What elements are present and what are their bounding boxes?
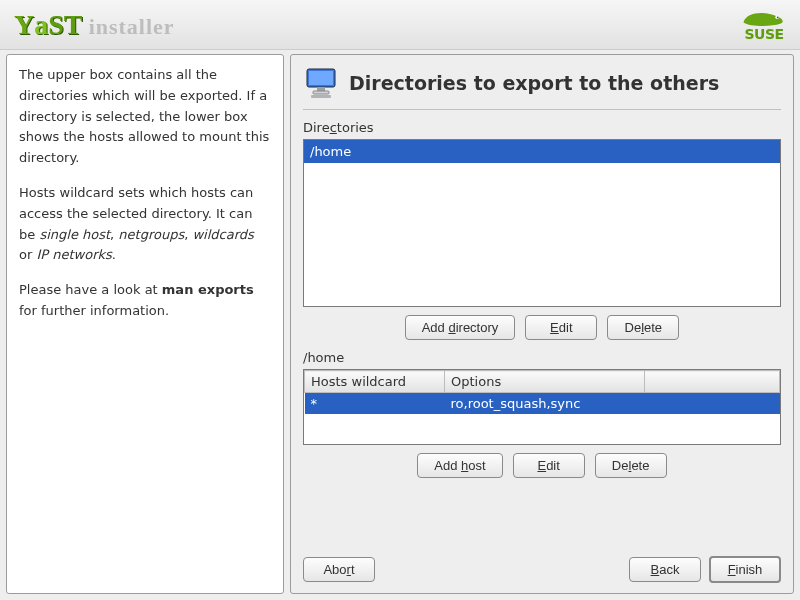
logo-letter: ST <box>48 9 82 41</box>
delete-host-button[interactable]: Delete <box>595 453 667 478</box>
title-bar: Y a ST installer SUSE <box>0 0 800 50</box>
separator <box>303 109 781 110</box>
nfs-export-icon <box>303 65 339 101</box>
help-text: for further information. <box>19 303 169 318</box>
help-em: netgroups <box>118 227 184 242</box>
main-header: Directories to export to the others <box>303 65 781 101</box>
svg-rect-3 <box>309 71 333 85</box>
back-button[interactable]: Back <box>629 557 701 582</box>
abort-button[interactable]: Abort <box>303 557 375 582</box>
button-text: dit <box>559 320 573 335</box>
svg-rect-4 <box>317 87 325 91</box>
label-text: tories <box>337 120 374 135</box>
help-text: . <box>112 247 116 262</box>
logo-letter: a <box>34 9 48 41</box>
help-em: IP networks <box>36 247 111 262</box>
accelerator-key: d <box>448 320 455 335</box>
add-directory-button[interactable]: Add directory <box>405 315 516 340</box>
hosts-table-container: Hosts wildcard Options * ro,root_squash,… <box>303 369 781 445</box>
window-root: Y a ST installer SUSE The upper box cont… <box>0 0 800 600</box>
content-area: The upper box contains all the directori… <box>0 50 800 600</box>
wizard-footer: Abort Back Finish <box>303 546 781 583</box>
help-paragraph: Please have a look at man exports for fu… <box>19 280 271 322</box>
hosts-wildcard-header[interactable]: Hosts wildcard <box>305 371 445 393</box>
directories-label: Directories <box>303 120 781 135</box>
help-em: wildcards <box>192 227 253 242</box>
button-text: Abo <box>323 562 346 577</box>
current-directory-label: /home <box>303 350 781 365</box>
hosts-button-row: Add host Edit Delete <box>303 453 781 478</box>
button-text: t <box>351 562 355 577</box>
accelerator-key: c <box>330 120 337 135</box>
spacer-header <box>645 371 780 393</box>
page-title: Directories to export to the others <box>349 72 719 94</box>
help-text: or <box>19 247 36 262</box>
button-text: irectory <box>456 320 499 335</box>
button-text: ete <box>631 458 649 473</box>
svg-point-1 <box>777 16 779 18</box>
hosts-table[interactable]: Hosts wildcard Options * ro,root_squash,… <box>304 370 780 414</box>
add-host-button[interactable]: Add host <box>417 453 502 478</box>
edit-host-button[interactable]: Edit <box>513 453 585 478</box>
svg-rect-6 <box>311 95 331 98</box>
help-text: Please have a look at <box>19 282 162 297</box>
main-pane: Directories to export to the others Dire… <box>290 54 794 594</box>
logo-letter: Y <box>14 9 34 41</box>
button-text: dit <box>546 458 560 473</box>
cell-spacer <box>645 393 780 415</box>
cell-wildcard: * <box>305 393 445 415</box>
button-text: ack <box>659 562 679 577</box>
accelerator-key: F <box>728 562 736 577</box>
help-strong: man exports <box>162 282 254 297</box>
help-em: single host <box>39 227 110 242</box>
finish-button[interactable]: Finish <box>709 556 781 583</box>
yast-logo: Y a ST installer <box>14 9 175 41</box>
help-paragraph: The upper box contains all the directori… <box>19 65 271 169</box>
button-text: De <box>625 320 642 335</box>
help-pane: The upper box contains all the directori… <box>6 54 284 594</box>
cell-options: ro,root_squash,sync <box>445 393 645 415</box>
directories-button-row: Add directory Edit Delete <box>303 315 781 340</box>
suse-logo: SUSE <box>742 9 786 41</box>
suse-wordmark: SUSE <box>744 27 783 41</box>
svg-rect-5 <box>313 91 329 94</box>
accelerator-key: E <box>537 458 546 473</box>
button-text: inish <box>736 562 763 577</box>
list-item[interactable]: /home <box>304 140 780 163</box>
logo-installer: installer <box>89 14 175 39</box>
options-header[interactable]: Options <box>445 371 645 393</box>
accelerator-key: B <box>651 562 660 577</box>
gecko-icon <box>742 9 786 27</box>
button-text: Add <box>434 458 461 473</box>
button-text: ete <box>644 320 662 335</box>
button-text: Add <box>422 320 449 335</box>
label-text: Dire <box>303 120 330 135</box>
button-text: ost <box>468 458 485 473</box>
help-paragraph: Hosts wildcard sets which hosts can acce… <box>19 183 271 266</box>
directories-listbox[interactable]: /home <box>303 139 781 307</box>
accelerator-key: E <box>550 320 559 335</box>
delete-directory-button[interactable]: Delete <box>607 315 679 340</box>
button-text: De <box>612 458 629 473</box>
table-row[interactable]: * ro,root_squash,sync <box>305 393 780 415</box>
edit-directory-button[interactable]: Edit <box>525 315 597 340</box>
